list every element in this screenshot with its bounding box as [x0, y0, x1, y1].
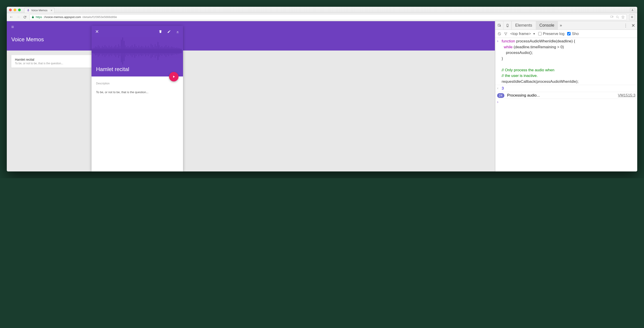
svg-rect-37	[140, 47, 140, 55]
svg-rect-42	[147, 47, 147, 55]
prompt-icon: ›	[497, 99, 498, 105]
devtools-close-button[interactable]: ✕	[629, 23, 637, 28]
console-result-row: ‹ 3	[495, 85, 637, 92]
svg-rect-3	[94, 48, 94, 54]
svg-rect-28	[128, 46, 128, 56]
filter-icon[interactable]	[504, 32, 508, 36]
preserve-log-input[interactable]	[538, 32, 542, 35]
tab-strip: Voice Memos ×	[24, 7, 54, 13]
zoom-icon[interactable]	[616, 15, 619, 19]
forward-button[interactable]: →	[16, 15, 20, 19]
svg-rect-4	[95, 46, 96, 55]
svg-rect-63	[175, 48, 176, 54]
minimize-window-button[interactable]	[14, 8, 16, 11]
svg-rect-27	[126, 47, 127, 55]
tab-title: Voice Memos	[31, 9, 48, 12]
svg-rect-18	[114, 46, 115, 55]
edit-icon[interactable]	[167, 30, 171, 33]
detail-header: ✕ Hamlet recital	[92, 26, 183, 76]
memo-subtitle: To be, or not to be, that is the questio…	[15, 62, 89, 65]
browser-menu-button[interactable]: ≡	[629, 14, 635, 20]
svg-rect-31	[132, 45, 132, 57]
svg-rect-0	[610, 16, 612, 17]
close-tab-icon[interactable]: ×	[50, 8, 52, 12]
clear-console-icon[interactable]	[498, 32, 501, 36]
memo-card[interactable]: Hamlet recital To be, or not to be, that…	[11, 55, 93, 68]
devtools-panel: Elements Console » ⋮ ✕ <top frame> ▼	[495, 21, 637, 171]
svg-rect-38	[141, 46, 142, 56]
log-source-link[interactable]: VM1515:3	[618, 93, 636, 98]
reload-button[interactable]	[22, 15, 27, 19]
svg-rect-65	[178, 48, 178, 54]
show-label: Sho	[572, 32, 579, 36]
star-icon[interactable]	[621, 15, 625, 19]
svg-rect-34	[136, 46, 136, 56]
svg-rect-39	[142, 46, 143, 55]
preserve-log-checkbox[interactable]: Preserve log	[538, 32, 564, 36]
content-area: ≡ Voice Memos Hamlet recital To be, or n…	[7, 21, 637, 171]
console-toolbar: <top frame> ▼ Preserve log Sho	[495, 30, 637, 38]
svg-rect-50	[158, 42, 158, 60]
memo-list: Hamlet recital To be, or not to be, that…	[7, 50, 495, 72]
svg-rect-47	[154, 47, 154, 55]
svg-rect-58	[168, 46, 169, 56]
devtools-menu-button[interactable]: ⋮	[622, 23, 629, 28]
inspect-element-button[interactable]	[495, 21, 504, 29]
show-checkbox[interactable]: Sho	[567, 32, 579, 36]
svg-rect-53	[162, 46, 162, 56]
svg-rect-51	[159, 45, 160, 57]
delete-icon[interactable]	[159, 30, 162, 33]
svg-rect-57	[167, 47, 168, 55]
svg-rect-32	[133, 47, 134, 55]
close-icon[interactable]: ✕	[95, 29, 99, 34]
profile-button[interactable]	[630, 8, 635, 12]
url-bar-actions	[610, 15, 625, 19]
detail-title: Hamlet recital	[96, 66, 129, 72]
url-path: /details/f1f3953e5668d89e	[82, 15, 117, 19]
app-title: Voice Memos	[11, 36, 490, 43]
svg-rect-23	[121, 40, 122, 62]
show-input[interactable]	[567, 32, 570, 35]
svg-rect-11	[104, 45, 105, 57]
hamburger-icon[interactable]: ≡	[11, 24, 17, 29]
more-tabs-button[interactable]: »	[558, 23, 564, 28]
svg-rect-10	[103, 47, 104, 55]
svg-rect-49	[156, 46, 157, 56]
close-window-button[interactable]	[9, 8, 12, 11]
tab-console[interactable]: Console	[536, 21, 558, 29]
camera-icon[interactable]	[610, 15, 614, 19]
chevron-down-icon: ▼	[533, 32, 536, 35]
url-bar[interactable]: https://voice-memos.appspot.com/details/…	[30, 14, 627, 20]
svg-rect-24	[122, 37, 123, 64]
svg-rect-13	[107, 47, 108, 55]
result-value: 3	[502, 86, 504, 90]
code-block: function processAudioWhenIdle(deadline) …	[502, 38, 636, 84]
frame-selector[interactable]: <top frame> ▼	[510, 32, 536, 36]
svg-rect-44	[149, 47, 150, 55]
svg-rect-35	[137, 47, 138, 55]
preserve-log-label: Preserve log	[543, 32, 564, 36]
browser-tab[interactable]: Voice Memos ×	[24, 8, 54, 13]
browser-window: Voice Memos × ← → https://voice-memos.ap…	[7, 7, 637, 171]
maximize-window-button[interactable]	[18, 8, 21, 11]
device-mode-button[interactable]	[504, 21, 512, 29]
play-button[interactable]	[169, 72, 178, 81]
waveform	[92, 35, 182, 67]
log-message: Processing audio...	[507, 93, 540, 97]
svg-rect-43	[148, 46, 149, 56]
svg-rect-41	[145, 46, 146, 56]
svg-point-1	[616, 16, 618, 17]
lock-icon	[32, 15, 34, 18]
svg-rect-8	[100, 48, 101, 54]
console-prompt-row[interactable]: ›	[495, 99, 637, 100]
back-button[interactable]: ←	[9, 15, 14, 19]
tab-elements[interactable]: Elements	[512, 21, 536, 29]
description-text: To be, or not to be, that is the questio…	[96, 90, 178, 94]
svg-rect-62	[174, 47, 174, 55]
download-icon[interactable]	[176, 30, 180, 33]
svg-rect-22	[120, 46, 120, 56]
svg-rect-29	[129, 47, 130, 55]
console-log-row: 24 Processing audio... VM1515:3	[495, 92, 637, 99]
svg-rect-52	[160, 47, 161, 55]
svg-rect-12	[106, 46, 107, 55]
